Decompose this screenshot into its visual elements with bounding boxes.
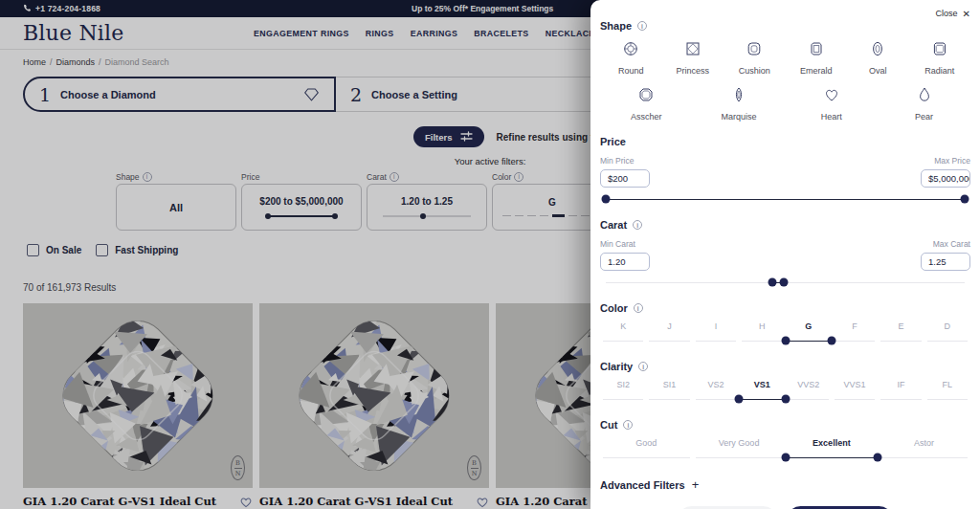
carat-heading: Carat [600,219,627,231]
shape-option-marquise[interactable]: Marquise [693,86,786,122]
shape-options-row-2: AsscherMarquiseHeartPear [600,86,970,122]
close-icon: ✕ [963,9,970,19]
shape-option-label: Oval [869,66,887,76]
carat-slider[interactable] [606,277,965,288]
shape-heading: Shape [600,20,632,32]
slider-handle[interactable] [874,454,882,462]
cut-slider[interactable] [600,453,970,463]
option-vvs2[interactable]: VVS2 [786,380,832,389]
info-icon[interactable] [633,220,642,230]
option-i[interactable]: I [693,321,739,331]
option-vvs1[interactable]: VVS1 [832,380,878,389]
max-price-input[interactable] [921,169,970,188]
heart-shape-icon [823,86,840,107]
option-k[interactable]: K [600,321,646,331]
option-si2[interactable]: SI2 [600,380,646,389]
info-icon[interactable] [637,21,647,31]
advanced-filters-label: Advanced Filters [600,479,685,491]
asscher-shape-icon [637,86,655,107]
shape-option-radiant[interactable]: Radiant [909,40,971,76]
slider-handle[interactable] [602,195,611,204]
max-carat-input[interactable] [921,253,970,271]
option-good[interactable]: Good [600,438,693,448]
shape-option-asscher[interactable]: Asscher [600,86,693,122]
shape-option-label: Emerald [800,66,833,76]
option-vs2[interactable]: VS2 [693,380,739,389]
section-clarity: Clarity SI2SI1VS2VS1VVS2VVS1IFFL [600,361,970,405]
marquise-shape-icon [730,86,747,107]
color-heading: Color [600,302,628,314]
filter-panel: Close ✕ Shape RoundPrincessCushionEmeral… [590,0,980,509]
shape-option-cushion[interactable]: Cushion [724,40,786,76]
price-slider[interactable] [606,194,965,205]
slider-handle[interactable] [735,395,744,404]
close-label: Close [936,9,958,18]
option-very-good[interactable]: Very Good [693,438,786,448]
clarity-heading: Clarity [600,361,633,372]
section-price: Price Min Price Max Price [600,136,970,205]
clarity-slider[interactable] [600,394,970,405]
shape-option-pear[interactable]: Pear [878,86,970,122]
option-h[interactable]: H [739,321,785,331]
section-cut: Cut GoodVery GoodExcellentAstor [600,419,970,463]
section-color: Color KJIHGFED [600,302,970,346]
info-icon[interactable] [638,362,648,371]
round-shape-icon [622,40,639,61]
option-excellent[interactable]: Excellent [786,438,879,448]
slider-handle[interactable] [781,337,790,345]
page: +1 724-204-1868 Up to 25% Off* Engagemen… [0,0,980,509]
shape-option-label: Cushion [739,66,770,76]
shape-option-emerald[interactable]: Emerald [786,40,848,76]
price-heading: Price [600,136,626,147]
shape-option-label: Radiant [924,66,954,76]
shape-option-label: Pear [915,112,933,122]
min-carat-label: Min Carat [600,239,635,249]
shape-options-row-1: RoundPrincessCushionEmeraldOvalRadiant [600,40,970,76]
shape-option-oval[interactable]: Oval [847,40,909,76]
shape-option-round[interactable]: Round [600,40,662,76]
emerald-shape-icon [808,40,825,61]
max-price-label: Max Price [934,156,970,166]
slider-handle[interactable] [961,195,969,204]
shape-option-label: Princess [676,66,709,76]
slider-handle[interactable] [781,454,790,462]
pear-shape-icon [916,86,933,107]
shape-option-heart[interactable]: Heart [786,86,879,122]
option-si1[interactable]: SI1 [646,380,692,389]
option-g[interactable]: G [786,321,832,331]
radiant-shape-icon [931,40,948,61]
option-if[interactable]: IF [878,380,924,389]
option-d[interactable]: D [924,321,970,331]
option-j[interactable]: J [646,321,692,331]
option-fl[interactable]: FL [924,380,970,389]
oval-shape-icon [869,40,886,61]
option-e[interactable]: E [878,321,924,331]
shape-option-princess[interactable]: Princess [662,40,724,76]
slider-handle[interactable] [781,395,790,404]
option-astor[interactable]: Astor [878,438,970,448]
cut-heading: Cut [600,419,617,431]
close-button[interactable]: Close ✕ [600,7,970,20]
shape-option-label: Marquise [722,112,757,122]
princess-shape-icon [684,40,702,61]
option-f[interactable]: F [832,321,878,331]
plus-icon: + [692,477,700,492]
min-price-label: Min Price [600,156,634,166]
slider-handle[interactable] [827,337,835,345]
shape-option-label: Round [618,66,644,76]
info-icon[interactable] [623,420,633,430]
option-vs1[interactable]: VS1 [739,380,785,389]
cushion-shape-icon [746,40,763,61]
min-price-input[interactable] [600,169,650,188]
info-icon[interactable] [634,303,643,313]
slider-handle[interactable] [779,278,788,287]
section-shape: Shape RoundPrincessCushionEmeraldOvalRad… [600,20,970,122]
section-carat: Carat Min Carat Max Carat [600,219,970,288]
shape-option-label: Asscher [631,112,662,122]
advanced-filters-toggle[interactable]: Advanced Filters + [600,477,970,492]
slider-handle[interactable] [768,278,777,287]
min-carat-input[interactable] [600,253,650,271]
max-carat-label: Max Carat [933,239,970,249]
color-slider[interactable] [600,336,970,346]
shape-option-label: Heart [821,112,842,122]
